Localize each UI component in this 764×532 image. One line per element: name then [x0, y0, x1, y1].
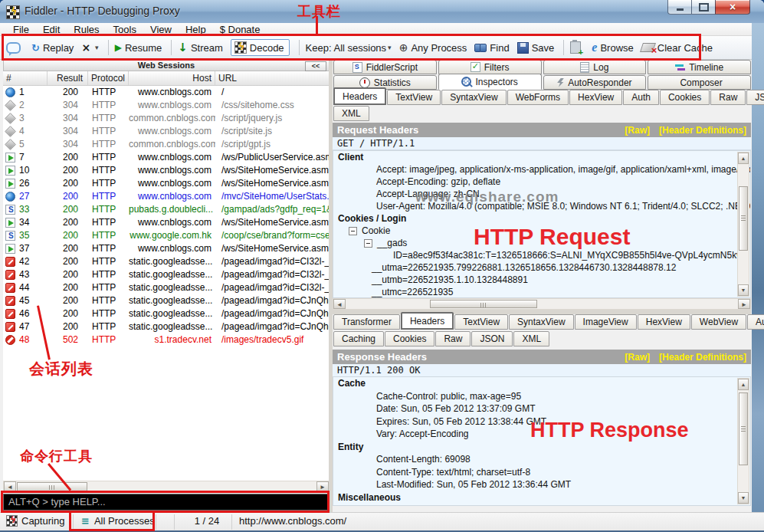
session-row[interactable]: 33 200 HTTP pubads.g.doublecli... /gampa… — [3, 203, 330, 216]
response-header-line[interactable]: Miscellaneous — [333, 491, 750, 504]
inspector-tab[interactable]: Cookies — [385, 331, 434, 346]
response-header-line[interactable]: Cache — [333, 377, 750, 390]
collapse-node-icon[interactable] — [364, 239, 372, 248]
chevron-down-icon[interactable]: ▾ — [95, 44, 99, 51]
request-header-line[interactable]: ID=a8ec9f53f4ac381c:T=1326518666:S=ALNI_… — [333, 249, 750, 261]
inspector-tab[interactable]: Headers — [401, 312, 454, 330]
collapse-node-icon[interactable] — [349, 227, 357, 235]
main-tab[interactable]: AutoResponder — [543, 75, 647, 90]
inspector-tab[interactable]: HexView — [569, 90, 622, 105]
quickexec-input[interactable]: ALT+Q > type HELP... — [3, 494, 330, 511]
menu-item[interactable]: Edit — [36, 24, 67, 35]
inspector-tab[interactable]: JSON — [471, 331, 513, 346]
request-header-line[interactable]: Cookies / Login — [333, 212, 750, 225]
title-bar[interactable]: Fiddler - HTTP Debugging Proxy × — [0, 0, 764, 24]
request-header-line[interactable]: __utmb=226521935.1.10.1328448891 — [333, 274, 750, 286]
session-row[interactable]: 10 200 HTTP www.cnblogs.com /ws/SiteHome… — [3, 164, 330, 177]
inspector-tab[interactable]: Transformer — [333, 314, 400, 330]
request-header-line[interactable]: Accept: image/jpeg, application/x-ms-app… — [333, 163, 750, 176]
decode-toggle[interactable]: Decode — [231, 39, 290, 56]
raw-link[interactable]: [Raw] — [625, 125, 650, 136]
replay-button[interactable]: ↻Replay — [31, 42, 74, 54]
inspector-tab[interactable]: WebView — [691, 314, 746, 330]
scroll-down-icon[interactable]: ▼ — [738, 284, 749, 296]
raw-link[interactable]: [Raw] — [625, 352, 650, 363]
request-header-line[interactable]: User-Agent: Mozilla/4.0 (compatible; MSI… — [333, 200, 750, 212]
save-button[interactable]: Save — [517, 42, 555, 54]
collapse-panel-button[interactable]: << — [305, 61, 326, 71]
main-tab[interactable]: Inspectors — [438, 74, 542, 90]
request-header-line[interactable]: Cookie — [333, 225, 750, 237]
scroll-up-icon[interactable]: ▲ — [738, 379, 749, 390]
main-tab[interactable]: Log — [543, 60, 647, 74]
request-vscrollbar[interactable]: ▲ ▼ — [737, 152, 749, 297]
inspector-tab[interactable]: XML — [513, 331, 549, 346]
session-row[interactable]: 47 200 HTTP static.googleadsse... /pagea… — [3, 320, 330, 333]
session-row[interactable]: 45 200 HTTP static.googleadsse... /pagea… — [3, 294, 330, 307]
clipboard-button[interactable] — [570, 41, 584, 54]
stream-button[interactable]: ↓Stream — [178, 41, 222, 54]
keep-sessions-dropdown[interactable]: Keep: All sessions▾ — [306, 42, 392, 54]
inspector-tab[interactable]: ImageView — [575, 314, 637, 330]
menu-item[interactable]: $ Donate — [213, 24, 267, 35]
session-row[interactable]: 43 200 HTTP static.googleadsse... /pagea… — [3, 268, 330, 281]
request-header-line[interactable]: Client — [333, 151, 750, 163]
close-button[interactable]: × — [715, 0, 750, 15]
browse-button[interactable]: eBrowse — [592, 41, 633, 54]
find-button[interactable]: Find — [474, 42, 509, 54]
session-row[interactable]: 34 200 HTTP www.cnblogs.com /ws/SiteHome… — [3, 216, 330, 229]
response-status-line[interactable]: HTTP/1.1 200 OK — [333, 364, 751, 377]
inspector-tab[interactable]: Raw — [710, 90, 746, 105]
scrollbar-thumb[interactable] — [739, 186, 748, 251]
inspector-tab[interactable]: SyntaxView — [441, 90, 506, 105]
request-start-line[interactable]: GET / HTTP/1.1 — [333, 137, 751, 150]
response-header-line[interactable]: Last-Modified: Sun, 05 Feb 2012 13:36:44… — [333, 478, 750, 491]
session-row[interactable]: 35 200 HTTP www.google.com.hk /coop/cse/… — [3, 229, 330, 242]
column-header-result[interactable]: Result — [48, 71, 88, 85]
main-tab[interactable]: FiddlerScript — [333, 60, 437, 74]
column-header-number[interactable]: # — [3, 71, 48, 85]
remove-button[interactable]: ×▾ — [81, 41, 98, 54]
maximize-button[interactable] — [692, 0, 715, 15]
inspector-tab[interactable]: SyntaxView — [509, 314, 573, 330]
main-tab[interactable]: Timeline — [648, 60, 751, 74]
response-header-line[interactable]: Expires: Sun, 05 Feb 2012 13:38:44 GMT — [333, 415, 750, 429]
response-header-line[interactable]: Date: Sun, 05 Feb 2012 13:37:09 GMT — [333, 402, 750, 415]
main-tab[interactable]: Composer — [648, 75, 751, 90]
inspector-tab[interactable]: WebForms — [507, 90, 569, 105]
session-row[interactable]: 4 304 HTTP www.cnblogs.com /script/site.… — [3, 125, 330, 138]
menu-item[interactable]: Tools — [107, 24, 143, 35]
session-row[interactable]: 1 200 HTTP www.cnblogs.com / — [3, 86, 330, 99]
resume-button[interactable]: ▶Resume — [115, 42, 162, 54]
scroll-up-icon[interactable]: ▲ — [738, 153, 749, 164]
scroll-left-icon[interactable]: ◄ — [4, 481, 16, 492]
scroll-down-icon[interactable]: ▼ — [738, 492, 749, 504]
header-definitions-link[interactable]: [Header Definitions] — [659, 352, 746, 363]
column-header-protocol[interactable]: Protocol — [88, 71, 129, 85]
scroll-right-icon[interactable]: ► — [316, 481, 329, 492]
inspector-tab[interactable]: TextView — [387, 90, 441, 105]
inspector-tab[interactable]: Raw — [435, 331, 471, 346]
session-row[interactable]: 37 200 HTTP www.cnblogs.com /ws/SiteHome… — [3, 242, 330, 255]
request-header-line[interactable]: __gads — [333, 237, 750, 249]
comment-bubble-icon[interactable] — [6, 42, 21, 54]
inspector-tab[interactable]: Caching — [333, 331, 384, 346]
inspector-tab[interactable]: Auth — [623, 90, 659, 105]
request-header-line[interactable]: Accept-Encoding: gzip, deflate — [333, 176, 750, 188]
inspector-tab[interactable]: Cookies — [660, 90, 710, 105]
response-header-line[interactable]: Content-Type: text/html; charset=utf-8 — [333, 466, 750, 479]
request-header-line[interactable]: __utma=226521935.799226881.1326518656.13… — [333, 261, 750, 274]
header-definitions-link[interactable]: [Header Definitions] — [659, 125, 746, 136]
scroll-left-icon[interactable]: ◄ — [333, 299, 346, 309]
menu-item[interactable]: View — [143, 24, 179, 35]
session-row[interactable]: 3 304 HTTP common.cnblogs.com /script/jq… — [3, 112, 330, 125]
session-row[interactable]: 42 200 HTTP static.googleadsse... /pagea… — [3, 255, 330, 268]
column-header-host[interactable]: Host — [129, 71, 215, 85]
session-row[interactable]: 48 502 HTTP s1.tradecv.net /images/trade… — [3, 333, 330, 346]
session-row[interactable]: 46 200 HTTP static.googleadsse... /pagea… — [3, 307, 330, 320]
request-header-line[interactable]: __utmc=226521935 — [333, 286, 750, 298]
any-process-button[interactable]: ⊕Any Process — [399, 41, 467, 54]
clear-cache-button[interactable]: Clear Cache — [641, 42, 713, 54]
inspector-tab[interactable]: HexView — [638, 314, 690, 330]
session-row[interactable]: 5 304 HTTP common.cnblogs.com /script/gp… — [3, 138, 330, 151]
